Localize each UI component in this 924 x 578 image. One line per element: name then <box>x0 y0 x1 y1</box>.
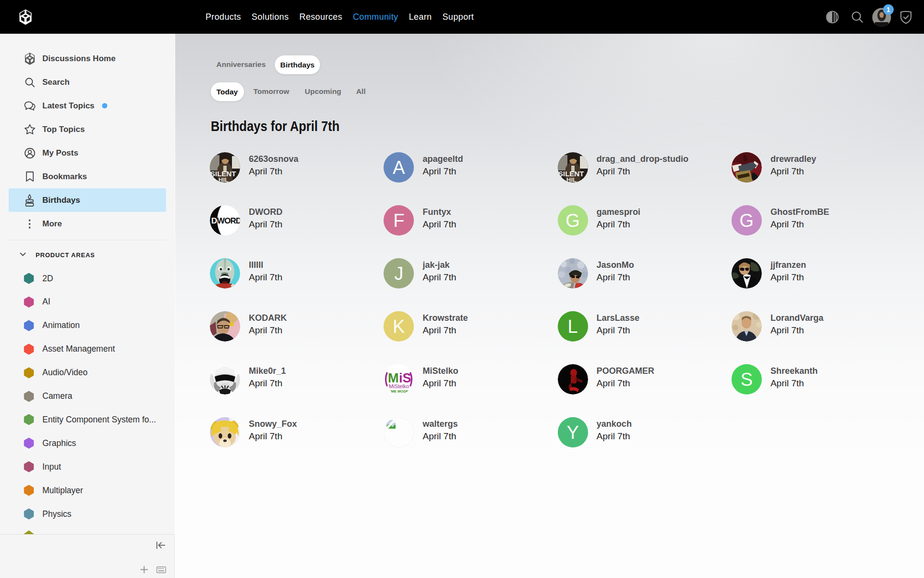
svg-text:MiStelko: MiStelko <box>389 383 409 389</box>
svg-text:D: D <box>211 216 217 225</box>
svg-text:'ME MODE: 'ME MODE <box>390 389 409 394</box>
svg-text:HIL: HIL <box>566 176 577 183</box>
svg-text:HIL: HIL <box>218 176 229 183</box>
svg-text:WORD: WORD <box>217 216 240 225</box>
